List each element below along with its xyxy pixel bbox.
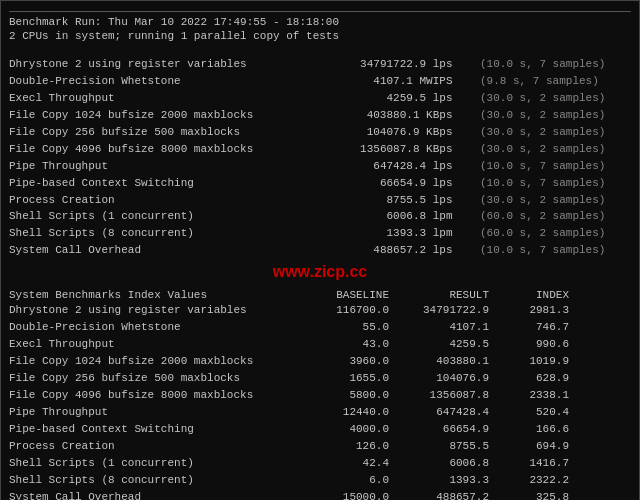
bench-row: Double-Precision Whetstone 4107.1 MWIPS …: [9, 74, 631, 90]
idx-row-baseline: 116700.0: [299, 303, 389, 319]
index-col-index: INDEX: [489, 289, 569, 301]
bench-value: 4107.1 MWIPS: [323, 74, 453, 90]
idx-row-index: 2322.2: [489, 473, 569, 489]
idx-row-name: Double-Precision Whetstone: [9, 320, 299, 336]
bench-name: Shell Scripts (8 concurrent): [9, 226, 299, 242]
bench-extra: (10.0 s, 7 samples): [476, 243, 631, 259]
bench-name: System Call Overhead: [9, 243, 299, 259]
bench-row: File Copy 256 bufsize 500 maxblocks 1040…: [9, 125, 631, 141]
idx-row-result: 34791722.9: [389, 303, 489, 319]
bench-name: File Copy 256 bufsize 500 maxblocks: [9, 125, 299, 141]
bench-value: 66654.9 lps: [323, 176, 453, 192]
bench-value: 34791722.9 lps: [323, 57, 453, 73]
idx-row-result: 8755.5: [389, 439, 489, 455]
idx-row-result: 66654.9: [389, 422, 489, 438]
main-container: Benchmark Run: Thu Mar 10 2022 17:49:55 …: [0, 0, 640, 500]
bench-value: 8755.5 lps: [323, 193, 453, 209]
bench-value: 488657.2 lps: [323, 243, 453, 259]
bench-extra: (60.0 s, 2 samples): [476, 209, 631, 225]
index-row: Process Creation 126.0 8755.5 694.9: [9, 439, 631, 455]
idx-row-result: 403880.1: [389, 354, 489, 370]
idx-row-index: 325.8: [489, 490, 569, 500]
idx-row-name: Execl Throughput: [9, 337, 299, 353]
idx-row-index: 990.6: [489, 337, 569, 353]
idx-row-name: Pipe Throughput: [9, 405, 299, 421]
bench-name: Shell Scripts (1 concurrent): [9, 209, 299, 225]
idx-row-baseline: 15000.0: [299, 490, 389, 500]
idx-row-name: File Copy 256 bufsize 500 maxblocks: [9, 371, 299, 387]
bench-value: 6006.8 lpm: [323, 209, 453, 225]
index-rows-container: Dhrystone 2 using register variables 116…: [9, 303, 631, 500]
idx-row-result: 4107.1: [389, 320, 489, 336]
index-row: Execl Throughput 43.0 4259.5 990.6: [9, 337, 631, 353]
idx-row-result: 4259.5: [389, 337, 489, 353]
bench-row: File Copy 4096 bufsize 8000 maxblocks 13…: [9, 142, 631, 158]
idx-row-index: 2981.3: [489, 303, 569, 319]
header-line1: Benchmark Run: Thu Mar 10 2022 17:49:55 …: [9, 16, 631, 28]
idx-row-baseline: 43.0: [299, 337, 389, 353]
bench-row: Pipe-based Context Switching 66654.9 lps…: [9, 176, 631, 192]
idx-row-result: 1356087.8: [389, 388, 489, 404]
bench-extra: (30.0 s, 2 samples): [476, 91, 631, 107]
bench-row: Dhrystone 2 using register variables 347…: [9, 57, 631, 73]
idx-row-baseline: 55.0: [299, 320, 389, 336]
bench-value: 647428.4 lps: [323, 159, 453, 175]
top-divider: [9, 11, 631, 12]
idx-row-baseline: 12440.0: [299, 405, 389, 421]
idx-row-baseline: 126.0: [299, 439, 389, 455]
bench-extra: (9.8 s, 7 samples): [476, 74, 631, 90]
bench-extra: (10.0 s, 7 samples): [476, 159, 631, 175]
bench-row: Execl Throughput 4259.5 lps (30.0 s, 2 s…: [9, 91, 631, 107]
idx-row-name: System Call Overhead: [9, 490, 299, 500]
index-section: System Benchmarks Index Values BASELINE …: [9, 289, 631, 500]
bench-value: 1356087.8 KBps: [323, 142, 453, 158]
idx-row-name: Shell Scripts (8 concurrent): [9, 473, 299, 489]
idx-row-baseline: 4000.0: [299, 422, 389, 438]
index-row: Double-Precision Whetstone 55.0 4107.1 7…: [9, 320, 631, 336]
idx-row-index: 746.7: [489, 320, 569, 336]
index-row: Dhrystone 2 using register variables 116…: [9, 303, 631, 319]
index-table-header: System Benchmarks Index Values BASELINE …: [9, 289, 631, 301]
bench-value: 4259.5 lps: [323, 91, 453, 107]
idx-row-index: 520.4: [489, 405, 569, 421]
idx-row-result: 488657.2: [389, 490, 489, 500]
index-row: Pipe Throughput 12440.0 647428.4 520.4: [9, 405, 631, 421]
idx-row-index: 1416.7: [489, 456, 569, 472]
bench-extra: (30.0 s, 2 samples): [476, 125, 631, 141]
idx-row-index: 2338.1: [489, 388, 569, 404]
idx-row-index: 166.6: [489, 422, 569, 438]
idx-row-baseline: 3960.0: [299, 354, 389, 370]
bench-row: System Call Overhead 488657.2 lps (10.0 …: [9, 243, 631, 259]
bench-rows-container: Dhrystone 2 using register variables 347…: [9, 57, 631, 259]
bench-row: File Copy 1024 bufsize 2000 maxblocks 40…: [9, 108, 631, 124]
idx-row-name: Process Creation: [9, 439, 299, 455]
bench-extra: (30.0 s, 2 samples): [476, 108, 631, 124]
idx-row-index: 628.9: [489, 371, 569, 387]
bench-name: File Copy 1024 bufsize 2000 maxblocks: [9, 108, 299, 124]
bench-name: Process Creation: [9, 193, 299, 209]
index-row: File Copy 256 bufsize 500 maxblocks 1655…: [9, 371, 631, 387]
idx-row-name: File Copy 4096 bufsize 8000 maxblocks: [9, 388, 299, 404]
idx-row-baseline: 5800.0: [299, 388, 389, 404]
idx-row-result: 6006.8: [389, 456, 489, 472]
bench-extra: (60.0 s, 2 samples): [476, 226, 631, 242]
index-col-result: RESULT: [389, 289, 489, 301]
idx-row-result: 647428.4: [389, 405, 489, 421]
bench-row: Shell Scripts (1 concurrent) 6006.8 lpm …: [9, 209, 631, 225]
bench-extra: (10.0 s, 7 samples): [476, 176, 631, 192]
bench-name: Dhrystone 2 using register variables: [9, 57, 299, 73]
bench-row: Process Creation 8755.5 lps (30.0 s, 2 s…: [9, 193, 631, 209]
idx-row-baseline: 1655.0: [299, 371, 389, 387]
bench-extra: (10.0 s, 7 samples): [476, 57, 631, 73]
index-col-baseline: BASELINE: [299, 289, 389, 301]
bench-name: File Copy 4096 bufsize 8000 maxblocks: [9, 142, 299, 158]
idx-row-result: 104076.9: [389, 371, 489, 387]
idx-row-index: 694.9: [489, 439, 569, 455]
bench-extra: (30.0 s, 2 samples): [476, 193, 631, 209]
bench-value: 1393.3 lpm: [323, 226, 453, 242]
bench-extra: (30.0 s, 2 samples): [476, 142, 631, 158]
idx-row-baseline: 42.4: [299, 456, 389, 472]
idx-row-index: 1019.9: [489, 354, 569, 370]
index-col-name: System Benchmarks Index Values: [9, 289, 299, 301]
bench-name: Execl Throughput: [9, 91, 299, 107]
